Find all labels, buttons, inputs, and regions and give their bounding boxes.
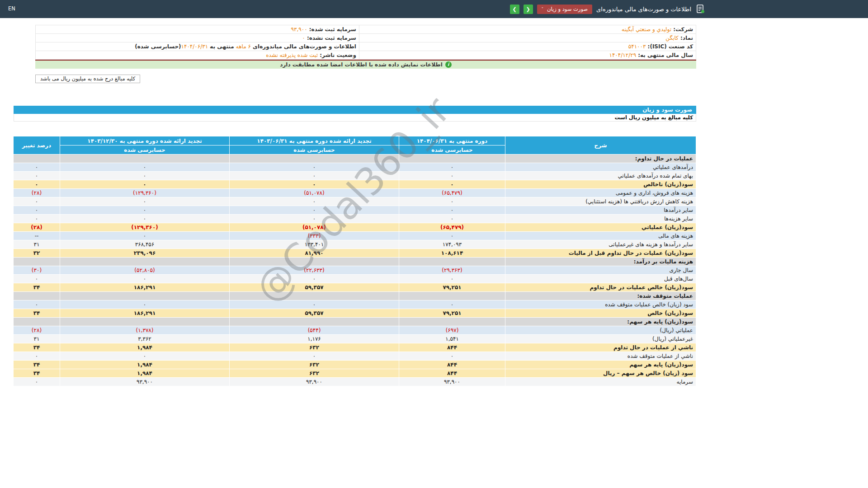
value-cell: (۵۱,۰۷۸) [230,189,399,197]
data-row: سود(زیان) خالص عملیات در حال تداوم۷۹,۲۵۱… [14,283,696,292]
value-cell [60,258,230,266]
data-row: سود(زیان) خالص۷۹,۲۵۱۵۹,۳۵۷۱۸۶,۲۹۱۳۴ [14,309,696,318]
info-value: ۹۳,۹۰۰ [291,26,307,33]
value-cell: ۹۳,۹۰۰ [399,378,505,386]
value-cell: (۵۱,۰۷۸) [230,223,399,232]
value-cell: ۹۳,۹۰۰ [60,378,230,386]
info-label: (حسابرسی شده) [135,43,181,50]
value-cell: (۲۹,۳۶۳) [399,266,505,275]
value-cell: ۰ [399,300,505,309]
section-row: عملیات در حال تداوم: [14,155,696,163]
value-cell: ۸۴۴ [399,343,505,352]
value-cell [230,318,399,326]
value-cell: ۰ [230,172,399,180]
info-value: ۱۴۰۴/۱۲/۲۹ [609,52,636,58]
data-row: سایر درآمدها۰۰۰۰ [14,206,696,215]
data-row: هزینه کاهش ارزش دریافتني ها (هزینه استثن… [14,197,696,206]
row-label: سود(زیان) خالص [505,309,696,318]
info-label: وضعیت ناشر: [318,52,356,58]
value-cell: ۷۹,۲۵۱ [399,283,505,292]
value-cell: ۰ [399,275,505,283]
amounts-unit-note: کلیه مبالغ درج شده به میلیون ریال می باش… [35,75,140,83]
value-cell: (۵۲,۸۰۵) [60,266,230,275]
data-row: سایر درآمدها و هزینه های غیرعملیاتی۱۷۴,۰… [14,240,696,249]
data-row: سال جاری(۲۹,۳۶۳)(۲۲,۶۳۳)(۵۲,۸۰۵)(۳۰) [14,266,696,275]
statement-header-row: شرح دوره منتهی به ۱۴۰۴/۰۶/۳۱ تجدید ارائه… [14,136,696,145]
pct-change-cell: ۳۴ [14,361,60,369]
data-row: سرمایه۹۳,۹۰۰۹۳,۹۰۰۹۳,۹۰۰۰ [14,378,696,386]
company-info-cell: سرمایه ثبت نشده: ۰ [36,34,359,42]
value-cell [60,318,230,326]
row-label: سود (زیان) خالص هر سهم – ریال [505,369,696,378]
data-row: درآمدهای عملیاتي۰۰۰۰ [14,163,696,172]
row-label: ناشي از عملیات در حال تداوم [505,343,696,352]
company-info-section: شرکت: تولیدي و صنعتي آبگینهسرمایه ثبت شد… [35,25,696,83]
info-label: سرمایه ثبت شده: [307,26,356,33]
value-cell: ۶۳۲ [230,343,399,352]
data-row: عملیاتي (ریال)(۶۹۷)(۵۴۴)(۱,۳۷۸)(۲۸) [14,326,696,335]
info-value: ۵۴۱۰۰۳ [628,43,646,50]
row-label: سایر درآمدها [505,206,696,215]
value-cell [399,318,505,326]
pct-change-cell: (۲۸) [14,189,60,197]
value-cell: ۰ [230,352,399,361]
value-cell: (۳۳۳) [230,232,399,240]
company-info-row: سال مالی منتهی به: ۱۴۰۴/۱۲/۲۹وضعیت ناشر:… [36,51,696,60]
statement-title-bar: صورت سود و زیان [14,106,696,114]
next-statement-button[interactable]: ❮ [524,5,533,14]
col-subheader-audited: حسابرسی شده [60,145,230,155]
value-cell: ۱۳۳,۴۰۱ [230,240,399,249]
data-row: سود(زیان) عملیاتي(۶۵,۴۷۹)(۵۱,۰۷۸)(۱۲۹,۳۶… [14,223,696,232]
value-cell: ۱,۹۸۴ [60,343,230,352]
value-cell: ۰ [60,206,230,215]
pct-change-cell: ۳۱ [14,240,60,249]
value-cell: (۱۲۹,۳۶۰) [60,189,230,197]
value-cell: ۰ [230,180,399,189]
info-value: ۱۴۰۴/۰۶/۳۱ [181,43,208,50]
pct-change-cell: ۰ [14,300,60,309]
pct-change-cell [14,258,60,266]
col-header-period-restated-1: تجدید ارائه شده دوره منتهی به ۱۴۰۳/۰۶/۳۱ [230,136,399,145]
value-cell: ۱,۹۸۴ [60,369,230,378]
pct-change-cell: ۳۴ [14,343,60,352]
section-row: سود(زیان) پایه هر سهم: [14,318,696,326]
value-cell: ۰ [230,206,399,215]
value-cell [60,155,230,163]
value-cell: (۲۲,۶۳۳) [230,266,399,275]
row-label: سود(زیان) ناخالص [505,180,696,189]
value-cell: ۸۴۴ [399,361,505,369]
value-cell [230,292,399,300]
col-header-pct-change: درصد تغییر [14,136,60,155]
income-statement-section: صورت سود و زیان کلیه مبالغ به میلیون ریا… [14,106,696,386]
pct-change-cell: ۰ [14,215,60,223]
row-label: هزینه های مالی [505,232,696,240]
value-cell: ۰ [399,180,505,189]
row-label: هزینه مالیات بر درآمد: [505,258,696,266]
value-cell: ۰ [230,197,399,206]
value-cell: ۰ [60,172,230,180]
value-cell: ۱,۱۷۶ [230,335,399,343]
info-label: منتهی به [208,43,236,50]
value-cell [230,155,399,163]
pct-change-cell: (۲۸) [14,326,60,335]
info-value: کابگن [665,35,678,41]
value-cell: (۶۹۷) [399,326,505,335]
statement-type-dropdown[interactable]: صورت سود و زیان ˅ [537,5,593,14]
pct-change-cell: ۰ [14,206,60,215]
value-cell [399,292,505,300]
language-toggle-en[interactable]: EN [8,5,15,12]
statement-table-body: عملیات در حال تداوم:درآمدهای عملیاتي۰۰۰۰… [14,155,696,386]
value-cell: ۵۹,۳۵۷ [230,309,399,318]
company-info-cell: سال مالی منتهی به: ۱۴۰۴/۱۲/۲۹ [359,51,696,60]
value-cell: ۰ [399,206,505,215]
col-header-description: شرح [505,136,696,155]
row-label: سود(زیان) خالص عملیات در حال تداوم [505,283,696,292]
row-label: سود(زیان) پایه هر سهم: [505,318,696,326]
page-title: اطلاعات و صورت‌های مالی میاندوره‌ای [596,6,691,13]
prev-statement-button[interactable]: ❯ [510,5,519,14]
row-label: سایر درآمدها و هزینه های غیرعملیاتی [505,240,696,249]
pct-change-cell [14,155,60,163]
data-row: سود(زیان) عملیات در حال تداوم قبل از مال… [14,249,696,258]
chevron-down-icon: ˅ [542,7,544,11]
value-cell: (۱,۳۷۸) [60,326,230,335]
